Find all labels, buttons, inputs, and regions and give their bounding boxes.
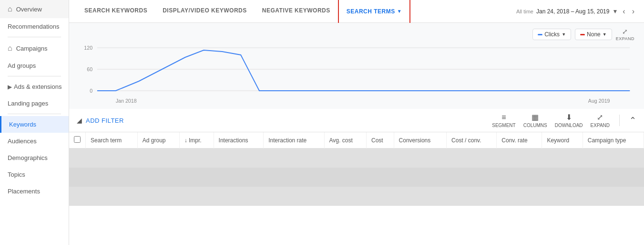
metric2-pill[interactable]: None ▼ xyxy=(575,29,612,40)
date-dropdown-icon[interactable]: ▼ xyxy=(612,8,618,15)
sidebar-item-label: Overview xyxy=(16,6,42,13)
sidebar-item-demographics[interactable]: Demographics xyxy=(0,149,69,166)
metric1-dropdown-icon: ▼ xyxy=(562,32,566,37)
search-terms-tab-wrapper: SEARCH TERMS ▼ xyxy=(338,0,410,24)
segment-button[interactable]: ≡ SEGMENT xyxy=(492,113,515,128)
col-checkbox xyxy=(69,132,86,149)
col-campaign-type: Campaign type xyxy=(583,132,644,149)
select-all-checkbox[interactable] xyxy=(74,136,81,143)
table-row xyxy=(69,168,644,187)
table-row xyxy=(69,187,644,206)
col-cost: Cost xyxy=(366,132,394,149)
tab-search-terms[interactable]: SEARCH TERMS ▼ xyxy=(339,0,409,23)
sidebar-item-label: Landing pages xyxy=(8,100,48,107)
col-interaction-rate: Interaction rate xyxy=(264,132,324,149)
sidebar-item-recommendations[interactable]: Recommendations xyxy=(0,18,69,35)
sidebar-item-placements[interactable]: Placements xyxy=(0,183,69,200)
date-range-text: Jan 24, 2018 – Aug 15, 2019 xyxy=(536,8,609,15)
svg-text:Jan 2018: Jan 2018 xyxy=(116,98,137,104)
metric2-dropdown-icon: ▼ xyxy=(603,32,607,37)
svg-text:120: 120 xyxy=(84,45,92,51)
table-body xyxy=(69,149,644,206)
sidebar-item-label: Topics xyxy=(8,171,25,178)
table-container: Search term Ad group ↓ Impr. Interaction… xyxy=(69,132,644,245)
sidebar-item-campaigns[interactable]: ⌂ Campaigns xyxy=(0,39,69,57)
download-icon: ⬇ xyxy=(566,113,572,122)
filter-bar: ◢ ADD FILTER ≡ SEGMENT ▦ COLUMNS ⬇ DOWNL… xyxy=(69,109,644,132)
col-conv-rate: Conv. rate xyxy=(497,132,542,149)
expand-table-button[interactable]: ⤢ EXPAND xyxy=(591,113,610,128)
chart-svg-container: 120 60 0 Jan 2018 Aug 2019 xyxy=(79,43,634,105)
sidebar-item-audiences[interactable]: Audiences xyxy=(0,133,69,149)
expand-arrow-icon: ▶ xyxy=(8,84,12,90)
sidebar-item-label: Ads & extensions xyxy=(14,83,61,90)
metric1-label: Clicks xyxy=(544,31,560,38)
svg-text:60: 60 xyxy=(87,66,92,72)
col-search-term: Search term xyxy=(86,132,138,149)
tab-dropdown-icon: ▼ xyxy=(397,9,402,14)
sidebar-item-overview[interactable]: ⌂ Overview xyxy=(0,0,69,18)
sidebar-divider-1 xyxy=(8,37,61,37)
add-filter-button[interactable]: ADD FILTER xyxy=(86,117,124,124)
download-label: DOWNLOAD xyxy=(555,123,583,128)
sidebar-item-label: Campaigns xyxy=(16,45,48,52)
svg-text:0: 0 xyxy=(90,88,92,94)
col-ad-group: Ad group xyxy=(137,132,179,149)
expand-label: EXPAND xyxy=(616,36,634,41)
sidebar-divider-3 xyxy=(8,114,61,114)
expand-squares-icon: ⤢ xyxy=(622,28,628,35)
metric1-pill[interactable]: Clicks ▼ xyxy=(532,29,571,40)
nav-next-icon[interactable]: › xyxy=(630,5,636,18)
table-header-row: Search term Ad group ↓ Impr. Interaction… xyxy=(69,132,644,149)
tab-negative-keywords[interactable]: NEGATIVE KEYWORDS xyxy=(255,0,338,23)
sidebar: ⌂ Overview Recommendations ⌂ Campaigns A… xyxy=(0,0,69,245)
home-icon: ⌂ xyxy=(8,5,12,13)
sidebar-item-topics[interactable]: Topics xyxy=(0,166,69,183)
chart-svg: 120 60 0 Jan 2018 Aug 2019 xyxy=(79,43,634,105)
expand-table-icon: ⤢ xyxy=(597,113,603,122)
tab-display-video-keywords[interactable]: DISPLAY/VIDEO KEYWORDS xyxy=(155,0,255,23)
tab-search-keywords[interactable]: SEARCH KEYWORDS xyxy=(77,0,155,23)
sidebar-item-label: Demographics xyxy=(8,154,48,161)
segment-label: SEGMENT xyxy=(492,123,515,128)
nav-prev-icon[interactable]: ‹ xyxy=(621,5,627,18)
col-interactions: Interactions xyxy=(214,132,264,149)
sidebar-item-label: Audiences xyxy=(8,138,37,145)
svg-text:Aug 2019: Aug 2019 xyxy=(588,98,610,104)
download-button[interactable]: ⬇ DOWNLOAD xyxy=(555,113,583,128)
top-nav: SEARCH KEYWORDS DISPLAY/VIDEO KEYWORDS N… xyxy=(69,0,644,23)
table-row xyxy=(69,149,644,168)
campaigns-icon: ⌂ xyxy=(8,44,12,53)
sidebar-item-ads-extensions[interactable]: ▶ Ads & extensions xyxy=(0,78,69,95)
col-keyword: Keyword xyxy=(542,132,583,149)
segment-icon: ≡ xyxy=(501,113,506,122)
none-color-indicator xyxy=(580,34,585,35)
columns-label: COLUMNS xyxy=(523,123,547,128)
sidebar-item-keywords[interactable]: Keywords xyxy=(0,116,69,133)
sidebar-item-label: Keywords xyxy=(9,121,36,128)
metric2-label: None xyxy=(587,31,601,38)
sidebar-item-label: Placements xyxy=(8,188,40,195)
columns-button[interactable]: ▦ COLUMNS xyxy=(523,113,547,128)
chart-controls: Clicks ▼ None ▼ ⤢ EXPAND xyxy=(79,28,634,41)
divider xyxy=(619,115,620,126)
collapse-panel-button[interactable]: ⌃ xyxy=(629,115,636,126)
data-table: Search term Ad group ↓ Impr. Interaction… xyxy=(69,132,644,206)
sidebar-item-label: Recommendations xyxy=(8,23,59,30)
filter-actions: ≡ SEGMENT ▦ COLUMNS ⬇ DOWNLOAD ⤢ EXPAND … xyxy=(492,113,636,128)
col-impr[interactable]: ↓ Impr. xyxy=(179,132,214,149)
chart-expand-button[interactable]: ⤢ EXPAND xyxy=(616,28,634,41)
sidebar-item-landing-pages[interactable]: Landing pages xyxy=(0,95,69,112)
chart-area: Clicks ▼ None ▼ ⤢ EXPAND 120 60 xyxy=(69,23,644,109)
clicks-color-indicator xyxy=(538,34,542,35)
filter-funnel-icon: ◢ xyxy=(77,117,82,124)
expand-table-label: EXPAND xyxy=(591,123,610,128)
col-conversions: Conversions xyxy=(394,132,447,149)
col-avg-cost: Avg. cost xyxy=(324,132,366,149)
sidebar-divider-2 xyxy=(8,76,61,76)
date-label: All time xyxy=(516,9,533,14)
main-content: SEARCH KEYWORDS DISPLAY/VIDEO KEYWORDS N… xyxy=(69,0,644,245)
sidebar-item-label: Ad groups xyxy=(8,62,36,69)
columns-icon: ▦ xyxy=(532,113,539,122)
sidebar-item-ad-groups[interactable]: Ad groups xyxy=(0,57,69,74)
